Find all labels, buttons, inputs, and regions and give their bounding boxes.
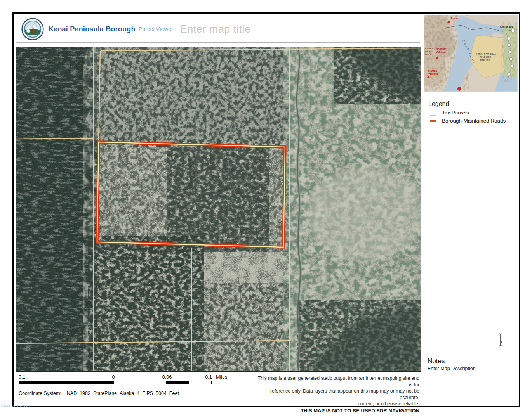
org-title: Kenai Peninsula Borough [49, 25, 136, 33]
tax-parcel-symbol-icon [430, 110, 436, 116]
disclaimer-text: This map is a user generated static outp… [256, 375, 419, 414]
legend-panel: Legend Tax Parcels Borough-Maintained Ro… [424, 97, 517, 351]
text-cursor-icon [497, 332, 504, 348]
notes-title: Notes [428, 357, 517, 365]
map-title-input[interactable]: Enter map title [180, 23, 251, 35]
svg-text:PRES: PRES [425, 54, 431, 56]
scale-label-zero: 0 [112, 374, 115, 380]
legend-item-roads: Borough-Maintained Roads [430, 118, 517, 124]
map-description-input[interactable]: Enter Map Description [428, 366, 517, 371]
road-symbol-icon [430, 120, 436, 122]
scale-bar [19, 381, 212, 384]
notes-panel: Notes Enter Map Description [424, 354, 517, 402]
svg-text:Redoubt: Redoubt [436, 48, 447, 50]
scale-label-006: 0.06 [162, 374, 172, 380]
svg-text:KENAI NATIONAL: KENAI NATIONAL [476, 53, 496, 55]
location-dot-icon [457, 87, 461, 91]
svg-text:NP &: NP & [425, 50, 431, 53]
svg-text:Volcano: Volcano [436, 51, 446, 54]
coordinate-system: Coordinate System:NAD_1983_StatePlane_Al… [19, 391, 179, 396]
header-bar: Kenai Peninsula Borough Parcel Viewer En… [16, 16, 420, 43]
svg-text:CLARK: CLARK [425, 47, 434, 50]
inset-label-anchorage: Anchorage [500, 25, 513, 28]
app-subtitle: Parcel Viewer [139, 26, 173, 32]
svg-text:Volcano: Volcano [428, 73, 438, 75]
legend-item-tax-parcels: Tax Parcels [430, 110, 517, 116]
overview-inset-map: Spurr Anchorage CLARK NP & PRES Redoubt … [424, 15, 518, 92]
main-map [16, 47, 421, 372]
eagle-glyph [26, 29, 30, 33]
svg-text:Iliamna: Iliamna [428, 69, 437, 72]
svg-text:REFUGE: REFUGE [480, 59, 490, 61]
scale-label-right: 0.1 [205, 374, 212, 380]
legend-title: Legend [428, 100, 517, 107]
print-frame: Kenai Peninsula Borough Parcel Viewer En… [12, 12, 520, 407]
aerial-imagery [16, 47, 421, 371]
scale-unit: Miles [216, 374, 227, 380]
inset-label-spurr: Spurr [451, 17, 458, 20]
svg-text:WILDLIFE: WILDLIFE [480, 56, 491, 58]
scale-label-left: 0.1 [19, 374, 25, 380]
timestamp-text: ©2018 05-9-2018 [1, 404, 28, 407]
borough-seal-logo [21, 18, 44, 40]
